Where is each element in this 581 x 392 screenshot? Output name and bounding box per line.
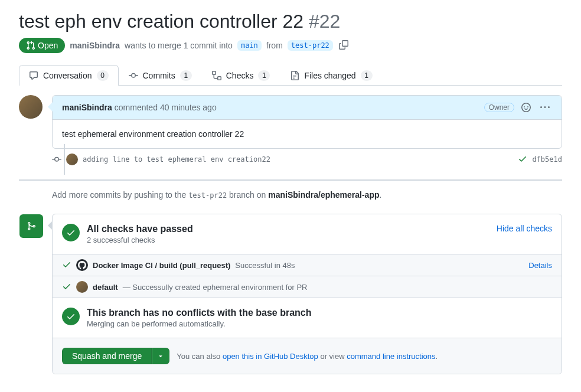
push-hint: Add more commits by pushing to the test-… xyxy=(19,179,562,209)
comment-box: maniSbindra commented 40 minutes ago Own… xyxy=(52,95,562,149)
check-icon xyxy=(62,260,71,271)
commit-icon xyxy=(52,155,61,164)
merge-button-group: Squash and merge xyxy=(62,348,169,364)
caret-down-icon xyxy=(157,352,164,360)
check-status: — Successully created ephemeral environm… xyxy=(123,283,308,292)
tab-label: Commits xyxy=(143,71,175,80)
comment-item: maniSbindra commented 40 minutes ago Own… xyxy=(19,95,562,149)
pr-number: #22 xyxy=(309,11,340,32)
check-item: Docker Image CI / build (pull_request) S… xyxy=(53,254,562,276)
check-icon xyxy=(62,282,71,293)
merge-text-2: from xyxy=(266,41,283,50)
cli-instructions-link[interactable]: command line instructions xyxy=(347,352,435,361)
hint-branch: test-pr22 xyxy=(188,191,227,200)
conflicts-subtitle: Merging can be performed automatically. xyxy=(87,319,552,328)
hint-mid: branch on xyxy=(229,190,266,200)
help-mid: or view xyxy=(320,352,344,361)
tab-checks[interactable]: Checks 1 xyxy=(202,65,280,86)
pr-author[interactable]: maniSbindra xyxy=(70,41,120,50)
tabs: Conversation 0 Commits 1 Checks 1 Files … xyxy=(19,65,562,86)
git-pull-request-icon xyxy=(26,41,35,50)
check-name: default xyxy=(93,283,118,292)
comment-body: test ephemeral environment creation cont… xyxy=(53,120,562,148)
merge-badge xyxy=(19,214,43,238)
merge-box: All checks have passed 2 successful chec… xyxy=(52,214,562,374)
hint-repo: maniSbindra/ephemeral-app xyxy=(268,190,379,200)
check-details-link[interactable]: Details xyxy=(528,261,552,270)
commit-sha[interactable]: dfb5e1d xyxy=(532,155,562,164)
tab-label: Conversation xyxy=(43,71,92,80)
check-status: Successful in 48s xyxy=(235,261,295,270)
merge-actions: Squash and merge You can also open this … xyxy=(53,338,562,374)
pr-state-text: Open xyxy=(38,41,58,50)
pr-title-text: test eph env creation controller 22 xyxy=(19,11,303,32)
avatar[interactable] xyxy=(19,95,43,119)
checks-summary-row: All checks have passed 2 successful chec… xyxy=(53,214,562,254)
pr-title: test eph env creation controller 22 #22 xyxy=(19,9,562,33)
success-icon xyxy=(62,224,80,241)
comment-action: commented xyxy=(115,103,158,112)
check-avatar xyxy=(76,281,88,293)
base-branch[interactable]: main xyxy=(237,40,262,51)
check-icon[interactable] xyxy=(518,154,527,165)
comment-time[interactable]: 40 minutes ago xyxy=(160,103,217,112)
commit-avatar[interactable] xyxy=(66,153,78,165)
checks-subtitle: 2 successful checks xyxy=(87,236,193,244)
kebab-icon[interactable] xyxy=(538,100,552,115)
success-icon xyxy=(62,308,80,325)
hint-prefix: Add more commits by pushing to the xyxy=(52,190,186,200)
timeline: maniSbindra commented 40 minutes ago Own… xyxy=(19,95,562,374)
merge-help: You can also open this in GitHub Desktop… xyxy=(177,352,438,361)
hide-checks-link[interactable]: Hide all checks xyxy=(497,224,552,233)
owner-badge: Owner xyxy=(484,103,514,112)
pr-header: test eph env creation controller 22 #22 … xyxy=(19,9,562,53)
emoji-icon[interactable] xyxy=(519,100,533,115)
github-icon xyxy=(76,259,88,271)
tab-count: 1 xyxy=(258,70,270,81)
tab-count: 1 xyxy=(180,70,192,81)
tab-files[interactable]: Files changed 1 xyxy=(280,65,382,86)
merge-text-1: wants to merge 1 commit into xyxy=(125,41,233,50)
pr-state-badge: Open xyxy=(19,38,65,53)
comment-author[interactable]: maniSbindra xyxy=(62,103,112,112)
checks-title: All checks have passed xyxy=(87,224,193,234)
tab-count: 0 xyxy=(97,70,109,81)
github-desktop-link[interactable]: open this in GitHub Desktop xyxy=(223,352,318,361)
tab-label: Files changed xyxy=(304,71,355,80)
pr-meta: Open maniSbindra wants to merge 1 commit… xyxy=(19,38,562,53)
tab-conversation[interactable]: Conversation 0 xyxy=(19,65,119,86)
commit-row: adding line to test ephemeral env creati… xyxy=(19,149,562,170)
check-item: default — Successully created ephemeral … xyxy=(53,276,562,298)
comment-header: maniSbindra commented 40 minutes ago Own… xyxy=(53,96,562,120)
merge-section: All checks have passed 2 successful chec… xyxy=(52,214,562,374)
merge-dropdown-button[interactable] xyxy=(152,348,169,364)
tab-count: 1 xyxy=(361,70,373,81)
commit-message[interactable]: adding line to test ephemeral env creati… xyxy=(83,155,513,164)
copy-icon[interactable] xyxy=(338,39,350,53)
head-branch[interactable]: test-pr22 xyxy=(288,40,333,51)
tab-label: Checks xyxy=(226,71,254,80)
conflicts-row: This branch has no conflicts with the ba… xyxy=(53,298,562,338)
squash-merge-button[interactable]: Squash and merge xyxy=(62,348,152,364)
help-prefix: You can also xyxy=(177,352,220,361)
tab-commits[interactable]: Commits 1 xyxy=(119,65,202,86)
check-name: Docker Image CI / build (pull_request) xyxy=(93,261,230,270)
conflicts-title: This branch has no conflicts with the ba… xyxy=(87,308,552,318)
